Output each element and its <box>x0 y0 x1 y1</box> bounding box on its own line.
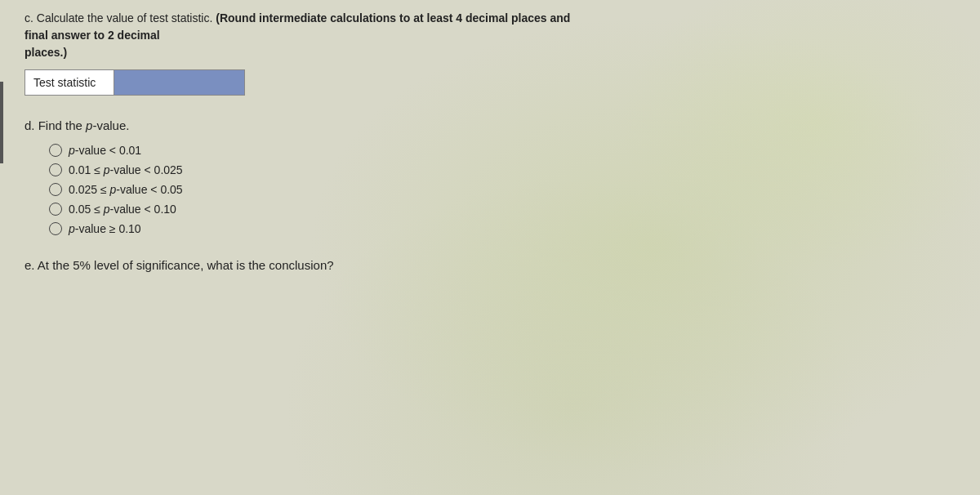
section-d-question-text: Find the p-value. <box>38 118 130 132</box>
p-value-option-5-text: p-value ≥ 0.10 <box>69 222 141 235</box>
p-value-option-1-text: p-value < 0.01 <box>69 144 141 157</box>
p-value-option-1[interactable]: p-value < 0.01 <box>49 144 588 157</box>
section-c-instruction-text: Calculate the value of test statistic. <box>37 11 213 25</box>
section-e-label: e. <box>24 258 35 272</box>
p-value-option-2[interactable]: 0.01 ≤ p-value < 0.025 <box>49 163 588 176</box>
section-e-question-text: At the 5% level of significance, what is… <box>38 258 334 272</box>
section-d-question: d. Find the p-value. <box>24 118 588 132</box>
p-value-option-2-text: 0.01 ≤ p-value < 0.025 <box>69 163 183 176</box>
section-c-label: c. <box>24 11 33 25</box>
radio-circle-4 <box>49 203 62 216</box>
test-statistic-input[interactable] <box>114 69 245 96</box>
section-c-instruction: c. Calculate the value of test statistic… <box>24 10 588 44</box>
test-statistic-row: Test statistic <box>24 69 588 96</box>
test-statistic-label: Test statistic <box>24 69 114 96</box>
radio-circle-2 <box>49 163 62 176</box>
radio-circle-3 <box>49 183 62 196</box>
p-value-option-3-text: 0.025 ≤ p-value < 0.05 <box>69 183 183 196</box>
radio-circle-5 <box>49 222 62 235</box>
radio-circle-1 <box>49 144 62 157</box>
p-value-option-4-text: 0.05 ≤ p-value < 0.10 <box>69 203 176 216</box>
p-value-option-5[interactable]: p-value ≥ 0.10 <box>49 222 588 235</box>
section-e: e. At the 5% level of significance, what… <box>24 258 588 272</box>
section-d-label: d. <box>24 118 35 132</box>
section-e-question: e. At the 5% level of significance, what… <box>24 258 588 272</box>
p-value-options: p-value < 0.01 0.01 ≤ p-value < 0.025 0.… <box>49 144 588 235</box>
page-content: c. Calculate the value of test statistic… <box>0 0 612 282</box>
section-d: d. Find the p-value. p-value < 0.01 0.01… <box>24 118 588 235</box>
section-c: c. Calculate the value of test statistic… <box>24 10 588 96</box>
section-c-bold2: places.) <box>24 44 588 61</box>
p-value-option-4[interactable]: 0.05 ≤ p-value < 0.10 <box>49 203 588 216</box>
p-value-option-3[interactable]: 0.025 ≤ p-value < 0.05 <box>49 183 588 196</box>
